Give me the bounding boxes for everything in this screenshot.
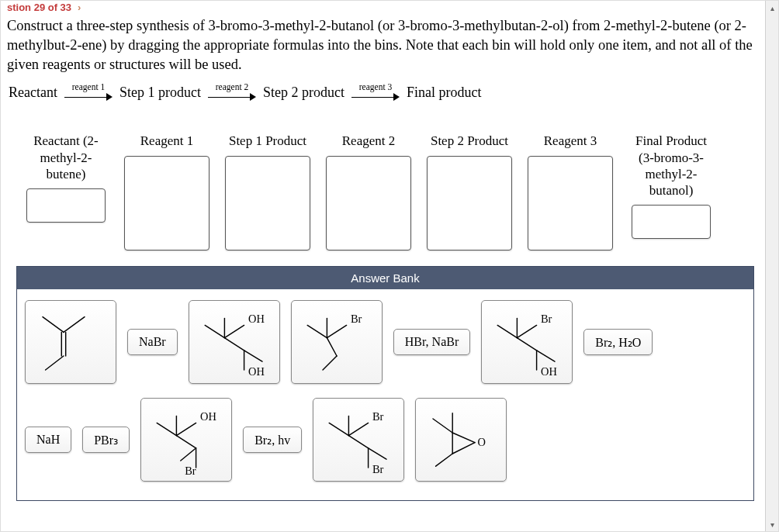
question-text: Construct a three-step synthesis of 3-br… [1,13,765,83]
svg-line-24 [537,351,555,361]
scroll-down-arrow-icon[interactable]: ▾ [766,517,778,531]
bin-reagent2: Reagent 2 [327,133,410,250]
vertical-scrollbar[interactable]: ▴ ▾ [765,1,778,531]
arrow-icon [64,92,113,102]
svg-text:O: O [478,437,486,449]
structure-icon: OH OH [192,304,276,380]
svg-line-27 [157,423,176,436]
tile-tert-bromo[interactable]: Br [291,300,383,384]
svg-text:Br: Br [351,313,362,325]
bin-reagent3: Reagent 3 [528,133,612,250]
structure-icon: Br OH [485,304,569,380]
svg-line-13 [307,326,327,338]
breadcrumb-text: stion 29 of 33 [7,2,71,13]
bank-row-1: NaBr OH [25,300,746,384]
svg-text:OH: OH [541,366,557,378]
bin-final-slot[interactable] [632,205,711,239]
bin-reagent2-slot[interactable] [326,156,411,250]
structure-icon [29,304,113,380]
svg-line-43 [433,419,452,433]
svg-text:Br: Br [541,313,552,325]
arrow-1-label: reagent 1 [72,83,105,92]
scheme-reactant: Reactant [9,85,57,101]
svg-line-31 [177,423,196,436]
bin-reactant: Reactant (2- methyl-2- butene) [24,133,108,223]
scroll-up-arrow-icon[interactable]: ▴ [766,1,778,15]
tile-dibromo[interactable]: Br Br [313,398,404,482]
svg-line-32 [181,448,196,461]
svg-line-29 [177,436,196,448]
svg-line-37 [349,436,369,448]
bin-label-line: Reactant (2- [33,133,99,148]
bin-step1-slot[interactable] [225,156,310,250]
bin-reactant-slot[interactable] [26,188,106,223]
tile-diol-oh-oh[interactable]: OH OH [189,300,280,384]
svg-line-10 [244,351,261,361]
structure-icon: Br Br [317,402,400,478]
svg-line-46 [436,454,453,466]
bin-reagent2-label: Reagent 2 [342,133,395,150]
answer-bank-body: NaBr OH [17,289,753,500]
svg-line-23 [518,326,537,338]
breadcrumb-chevron-icon: › [78,2,81,13]
scheme-step1-product: Step 1 product [119,85,201,101]
bin-reactant-label: Reactant (2- methyl-2- butene) [33,133,99,182]
svg-line-35 [329,423,348,436]
bin-label-line: butanol) [649,183,694,198]
bin-label-line: (3-bromo-3- [639,150,704,165]
arrow-icon [208,92,256,102]
svg-line-40 [369,448,386,459]
bin-final-product: Final Product (3-bromo-3- methyl-2- buta… [629,133,713,239]
tile-epoxide[interactable]: O [415,398,507,482]
bin-step2-slot[interactable] [427,156,512,250]
bin-label-line: methyl-2- [40,150,92,165]
structure-icon: O [419,402,503,478]
arrow-icon [351,92,400,102]
tile-hbr-nabr[interactable]: HBr, NaBr [393,329,471,355]
arrow-2-label: reagent 2 [216,83,248,92]
answer-bank-title: Answer Bank [17,267,753,289]
tile-nah[interactable]: NaH [25,427,71,453]
tile-2-methyl-2-butene[interactable] [25,300,116,384]
svg-line-39 [349,423,369,436]
tile-pbr3[interactable]: PBr₃ [82,427,130,453]
svg-line-9 [224,326,244,338]
structure-icon: OH Br [144,402,228,478]
bin-label-line: butene) [47,167,86,181]
svg-line-1 [64,317,85,333]
tile-br2-h2o[interactable]: Br₂, H₂O [583,329,653,355]
bin-step2-label: Step 2 Product [431,133,508,150]
tile-bromo-hydroxy[interactable]: Br OH [481,300,573,384]
structure-icon: Br [295,304,379,380]
tile-nabr[interactable]: NaBr [127,329,178,355]
svg-line-48 [452,443,475,454]
svg-line-15 [327,326,346,338]
bin-reagent3-slot[interactable] [528,156,613,250]
bank-row-2: NaH PBr₃ [25,398,746,482]
arrow-2: reagent 2 [206,83,258,102]
tile-br2-hv[interactable]: Br₂, hv [243,427,302,453]
content-area: stion 29 of 33 › Construct a three-step … [1,1,765,531]
bin-reagent1-slot[interactable] [124,156,209,250]
breadcrumb: stion 29 of 33 › [1,1,765,13]
svg-text:Br: Br [372,464,384,476]
bin-step1-product: Step 1 Product [226,133,310,250]
svg-line-5 [205,326,224,338]
svg-text:OH: OH [248,313,265,325]
svg-text:OH: OH [200,410,216,423]
bin-reagent1-label: Reagent 1 [140,133,193,150]
question-viewport: stion 29 of 33 › Construct a three-step … [0,0,779,532]
svg-line-7 [224,338,244,351]
tile-hydroxy-bromo[interactable]: OH Br [140,398,232,482]
svg-line-19 [497,326,517,338]
svg-text:Br: Br [185,465,196,477]
bin-label-line: methyl-2- [645,167,697,181]
bin-reagent3-label: Reagent 3 [544,133,597,150]
reaction-scheme: Reactant reagent 1 Step 1 product reagen… [1,83,765,118]
svg-text:Br: Br [372,410,384,423]
svg-line-0 [43,317,64,333]
drop-bins-row: Reactant (2- methyl-2- butene) Reagent 1… [1,117,765,266]
svg-text:OH: OH [248,366,265,378]
svg-line-4 [46,356,64,370]
answer-bank: Answer Bank [16,266,754,501]
